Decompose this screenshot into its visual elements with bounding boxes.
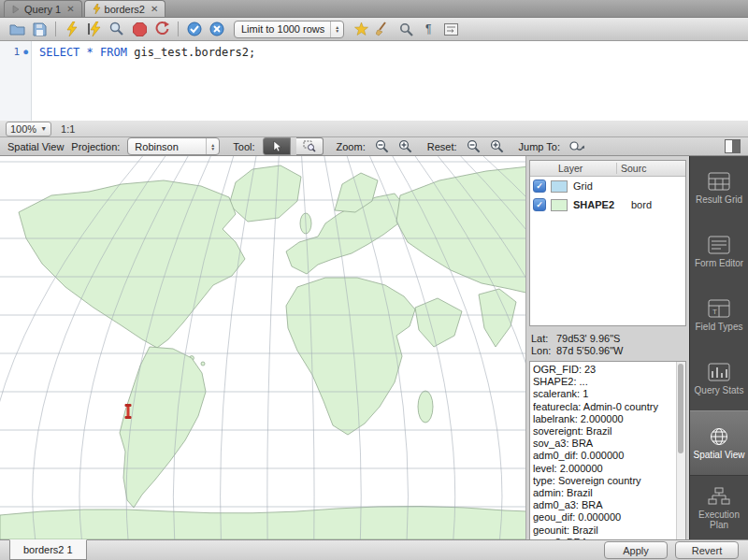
sidebar-item-result-grid[interactable]: Result Grid [690,156,748,220]
reset-view-icon[interactable] [488,138,506,155]
toggle-invisible-characters-icon[interactable]: ¶ [418,20,439,38]
execute-icon[interactable] [62,20,82,38]
dropdown-arrows-icon: ▲▼ [206,138,219,154]
sidebar-item-field-types[interactable]: T Field Types [690,283,748,347]
beautify-icon[interactable] [373,20,394,38]
sidebar-item-execution-plan[interactable]: Execution Plan [690,476,748,539]
tab-query-1[interactable]: Query 1 ✕ [4,0,82,17]
new-snippet-icon[interactable] [351,20,371,38]
zoom-selection-icon [303,140,316,152]
attribute-line: geou_dif: 0.000000 [533,511,674,524]
attributes-scrollbar[interactable] [676,362,685,539]
layers-header: Layer Sourc [530,161,685,177]
zoom-out-icon[interactable] [373,138,391,155]
commit-icon[interactable] [184,20,205,38]
jump-to-label: Jump To: [519,141,560,152]
attribute-line: admin: Brazil [533,487,674,499]
attribute-line: featurecla: Admin-0 country [533,401,674,413]
layer-color-swatch [551,199,568,211]
tab-borders2[interactable]: borders2 ✕ [84,0,166,17]
query-tab-icon [11,5,21,14]
attribute-line: sov_a3: BRA [533,438,674,450]
layer-name: SHAPE2 [573,199,631,210]
reset-label: Reset: [427,141,457,152]
revert-button[interactable]: Revert [675,541,739,559]
svg-text:T: T [712,308,717,316]
zoom-in-icon[interactable] [396,138,414,155]
zoom-selection-tool-button[interactable] [296,137,324,155]
longitude-readout: Lon:87d 5'50.96"W [531,345,684,357]
open-file-icon[interactable] [7,20,27,38]
chevron-down-icon: ▼ [40,125,47,132]
layer-visibility-checkbox[interactable]: ✓ [533,179,546,193]
layer-color-swatch [551,180,568,193]
reset-zoom-icon[interactable] [465,138,482,155]
sidebar-toggle-icon[interactable] [725,139,741,153]
scrollbar-thumb[interactable] [678,364,683,453]
limit-rows-value: Limit to 1000 rows [241,23,324,35]
attribute-line: SHAPE2: ... [533,376,674,388]
zoom-label: Zoom: [337,141,366,152]
toolbar-separator [178,22,179,36]
layer-row-shape2[interactable]: ✓ SHAPE2 bord [530,195,685,214]
source-column-header: Sourc [616,163,685,174]
spatial-view-panel: Layer Sourc ✓ Grid ✓ SHAPE2 bord Lat:79 [0,156,748,539]
attribute-line: sovereignt: Brazil [533,425,674,438]
sql-statement: SELECT * FROM gis_test.borders2; [39,46,748,59]
rollback-icon[interactable] [207,20,227,38]
toolbar-separator [55,22,56,36]
attribute-line: scalerank: 1 [533,388,674,400]
stop-icon[interactable] [129,20,150,38]
sql-editor[interactable]: 1● SELECT * FROM gis_test.borders2; [0,41,748,121]
sidebar-item-spatial-view[interactable]: Spatial View [690,410,748,476]
field-types-icon: T [707,298,731,319]
dropdown-arrows-icon: ▲▼ [330,22,343,37]
toggle-stop-on-error-icon[interactable] [151,20,172,38]
spatial-view-toolbar: Spatial View Projection: Robinson ▲▼ Too… [0,137,748,156]
layer-name: Grid [573,180,631,192]
jump-to-icon[interactable] [568,138,585,155]
find-icon[interactable] [396,20,416,38]
tool-label: Tool: [233,141,254,152]
attribute-line: level: 2.000000 [533,463,674,475]
feature-attributes-box[interactable]: OGR_FID: 23 SHAPE2: ... scalerank: 1 fea… [529,361,686,539]
statement-marker-icon: ● [20,48,31,56]
wrap-text-icon[interactable] [440,20,461,38]
layer-column-header: Layer [530,163,616,174]
projection-label: Projection: [71,141,120,152]
apply-button[interactable]: Apply [604,541,668,559]
execution-plan-icon [707,486,731,507]
close-tab-icon[interactable]: ✕ [66,4,74,14]
sql-toolbar: Limit to 1000 rows ▲▼ ¶ [0,18,748,41]
save-icon[interactable] [29,20,50,38]
editor-gutter: 1● [0,41,32,121]
sidebar-item-form-editor[interactable]: Form Editor [690,220,748,283]
close-tab-icon[interactable]: ✕ [151,4,158,14]
attribute-line: adm0_a3: BRA [533,499,674,511]
editor-zoom-value: 100% [10,123,36,135]
result-set-tab[interactable]: borders2 1 [9,539,87,560]
sql-tab-icon [92,4,101,14]
spatial-view-icon [707,426,731,447]
spatial-view-label: Spatial View [7,141,64,152]
editor-code-area[interactable]: SELECT * FROM gis_test.borders2; [32,41,748,121]
attribute-line: adm0_dif: 0.000000 [533,450,674,462]
explain-icon[interactable] [107,20,127,38]
layers-list[interactable]: Layer Sourc ✓ Grid ✓ SHAPE2 bord [529,160,686,326]
layer-row-grid[interactable]: ✓ Grid [530,177,685,195]
layers-info-panel: Layer Sourc ✓ Grid ✓ SHAPE2 bord Lat:79 [525,156,689,539]
editor-zoom-dropdown[interactable]: 100% ▼ [6,122,51,136]
execute-current-statement-icon[interactable] [84,20,105,38]
limit-rows-dropdown[interactable]: Limit to 1000 rows ▲▼ [234,21,344,38]
attribute-line: labelrank: 2.000000 [533,413,674,425]
sidebar-item-query-stats[interactable]: Query Stats [690,347,748,410]
pointer-tool-button[interactable] [263,137,291,155]
layer-source: bord [631,199,652,210]
attribute-line: OGR_FID: 23 [533,364,674,376]
layer-visibility-checkbox[interactable]: ✓ [533,198,546,211]
projection-dropdown[interactable]: Robinson ▲▼ [127,137,220,155]
latitude-readout: Lat:79d53' 9.96"S [531,333,684,345]
attribute-line: type: Sovereign country [533,475,674,487]
projection-value: Robinson [135,141,200,152]
cursor-coordinates: Lat:79d53' 9.96"S Lon:87d 5'50.96"W [529,326,686,361]
